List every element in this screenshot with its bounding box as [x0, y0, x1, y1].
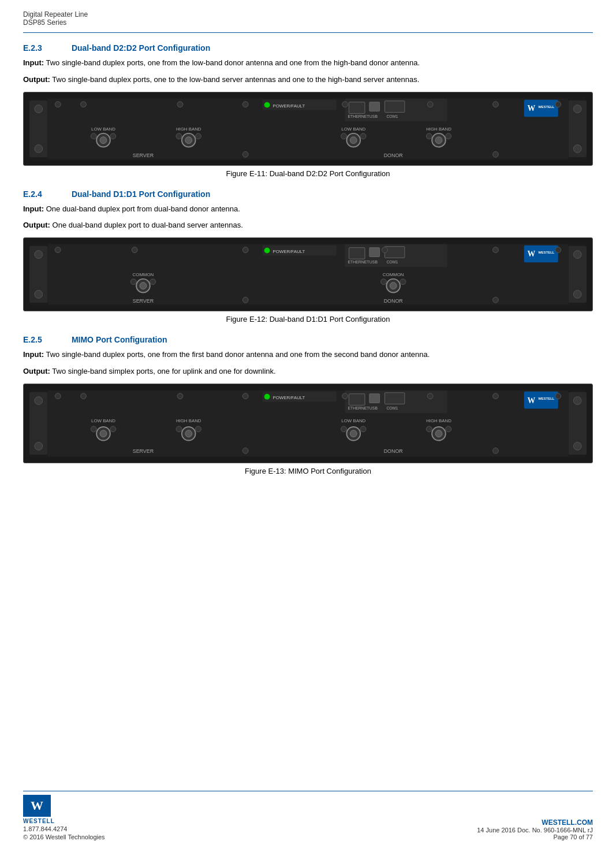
svg-text:COM1: COM1	[386, 114, 398, 118]
svg-point-62	[55, 247, 61, 253]
svg-point-38	[242, 151, 248, 157]
footer-page: Page 70 of 77	[477, 834, 593, 840]
section-heading-e24: E.2.4 Dual-band D1:D1 Port Configuration	[23, 189, 593, 199]
svg-point-34	[176, 133, 182, 139]
output-label-e23: Output:	[23, 75, 50, 84]
header-rule	[23, 32, 593, 33]
output-body-e25: Two single-band simplex ports, one for u…	[50, 367, 276, 375]
output-label-e25: Output:	[23, 367, 50, 375]
svg-point-57	[35, 291, 43, 299]
svg-point-83	[150, 279, 156, 285]
svg-text:LOW BAND: LOW BAND	[91, 127, 115, 132]
svg-text:DONOR: DONOR	[384, 448, 403, 454]
svg-point-123	[100, 430, 107, 437]
svg-text:WESTELL: WESTELL	[538, 396, 555, 400]
svg-point-33	[185, 136, 192, 143]
svg-text:WESTELL: WESTELL	[538, 105, 555, 108]
svg-text:HIGH BAND: HIGH BAND	[426, 127, 451, 132]
footer-doc-info: 14 June 2016 Doc. No. 960-1666-MNL rJ	[477, 827, 593, 834]
logo-box: W	[23, 795, 51, 817]
product-line: DSP85 Series	[23, 18, 593, 27]
input-label-e24: Input:	[23, 204, 44, 213]
svg-point-46	[427, 101, 433, 107]
svg-text:SERVER: SERVER	[133, 448, 154, 454]
svg-text:HIGH BAND: HIGH BAND	[176, 418, 201, 423]
svg-rect-114	[384, 393, 404, 404]
input-body-e25: Two single-band duplex ports, one from t…	[44, 350, 430, 359]
svg-point-85	[242, 247, 248, 253]
svg-point-37	[242, 101, 248, 107]
footer-phone: 1.877.844.4274	[23, 825, 105, 832]
figure-caption-e13: Figure E-13: MIMO Port Configuration	[23, 467, 593, 475]
svg-point-79	[132, 247, 137, 253]
svg-rect-68	[349, 248, 365, 259]
svg-point-35	[196, 133, 201, 139]
svg-text:COM1: COM1	[386, 406, 398, 410]
input-text-e23: Input: Two single-band duplex ports, one…	[23, 57, 593, 69]
device-panel-e12: POWER/FAULT ETHERNET USB COM1 W WESTELL …	[29, 243, 587, 306]
svg-text:ETHERNET: ETHERNET	[348, 114, 369, 118]
svg-rect-112	[369, 394, 380, 403]
svg-text:USB: USB	[369, 260, 378, 264]
svg-point-119	[555, 393, 561, 399]
svg-point-142	[427, 393, 433, 399]
svg-rect-14	[349, 102, 365, 113]
svg-point-88	[382, 247, 388, 253]
svg-point-146	[446, 426, 451, 432]
svg-point-27	[100, 136, 107, 143]
footer-left: W WESTELL 1.877.844.4274 © 2016 Westell …	[23, 795, 105, 840]
section-e24: E.2.4 Dual-band D1:D1 Port Configuration…	[23, 189, 593, 332]
footer-right: WESTELL.COM 14 June 2016 Doc. No. 960-16…	[477, 818, 593, 840]
svg-point-23	[555, 101, 561, 107]
svg-point-28	[91, 133, 96, 139]
svg-text:LOW BAND: LOW BAND	[341, 418, 365, 423]
section-e25: E.2.5 MIMO Port Configuration Input: Two…	[23, 335, 593, 483]
svg-point-53	[493, 151, 499, 157]
svg-text:HIGH BAND: HIGH BAND	[426, 418, 451, 423]
svg-point-129	[185, 430, 192, 437]
svg-point-50	[446, 133, 451, 139]
svg-point-29	[110, 133, 116, 139]
section-title-e25: MIMO Port Configuration	[72, 335, 167, 344]
svg-point-98	[35, 397, 43, 405]
section-num-e24: E.2.4	[23, 189, 69, 199]
section-num-e25: E.2.5	[23, 335, 69, 344]
svg-point-131	[196, 426, 201, 432]
svg-text:POWER/FAULT: POWER/FAULT	[272, 395, 305, 400]
svg-text:HIGH BAND: HIGH BAND	[176, 127, 201, 132]
input-text-e25: Input: Two single-band duplex ports, one…	[23, 349, 593, 361]
svg-rect-16	[369, 102, 380, 111]
section-e23: E.2.3 Dual-band D2:D2 Port Configuration…	[23, 43, 593, 186]
input-body-e24: One dual-band duplex port from dual-band…	[44, 204, 240, 213]
svg-point-92	[400, 279, 406, 285]
section-title-e23: Dual-band D2:D2 Port Configuration	[72, 43, 210, 53]
svg-text:WESTELL: WESTELL	[538, 251, 555, 254]
output-text-e23: Output: Two single-band duplex ports, on…	[23, 74, 593, 86]
svg-point-59	[573, 251, 581, 259]
svg-rect-70	[369, 248, 380, 257]
svg-point-86	[242, 297, 248, 303]
svg-rect-18	[384, 101, 404, 112]
figure-caption-e12: Figure E-12: Dual-band D1:D1 Port Config…	[23, 315, 593, 323]
svg-text:USB: USB	[369, 406, 378, 410]
device-panel-e11: POWER/FAULT ETHERNET USB COM1 W WESTELL	[29, 97, 587, 161]
page-footer: W WESTELL 1.877.844.4274 © 2016 Westell …	[23, 791, 593, 840]
svg-point-102	[573, 442, 581, 450]
svg-text:DONOR: DONOR	[384, 298, 403, 304]
svg-point-94	[493, 247, 499, 253]
svg-point-42	[350, 136, 357, 143]
figure-e13: POWER/FAULT ETHERNET USB COM1 W WESTELL …	[23, 384, 593, 463]
output-text-e25: Output: Two single-band simplex ports, o…	[23, 366, 593, 378]
svg-point-56	[35, 251, 43, 259]
svg-point-134	[242, 448, 248, 453]
figure-e11: POWER/FAULT ETHERNET USB COM1 W WESTELL	[23, 92, 593, 166]
svg-point-3	[35, 144, 43, 152]
figure-caption-e11: Figure E-11: Dual-band D2:D2 Port Config…	[23, 169, 593, 178]
svg-point-90	[390, 282, 397, 289]
company-line: Digital Repeater Line	[23, 10, 593, 18]
svg-point-148	[493, 393, 499, 399]
output-body-e23: Two single-band duplex ports, one to the…	[50, 75, 419, 84]
svg-point-52	[493, 101, 499, 107]
svg-point-124	[91, 426, 96, 432]
svg-point-11	[264, 102, 270, 107]
